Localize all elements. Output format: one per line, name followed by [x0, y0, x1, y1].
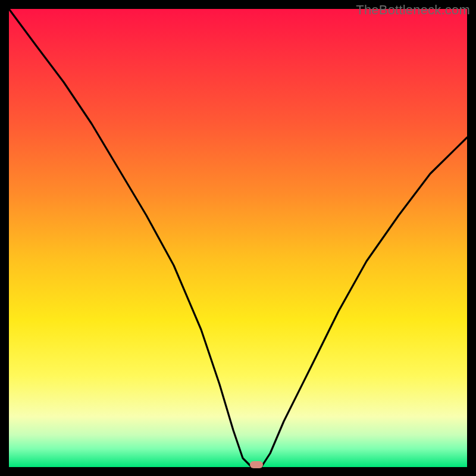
bottleneck-curve: [9, 9, 467, 467]
chart-stage: TheBottleneck.com: [0, 0, 476, 476]
plot-area: [9, 9, 467, 467]
